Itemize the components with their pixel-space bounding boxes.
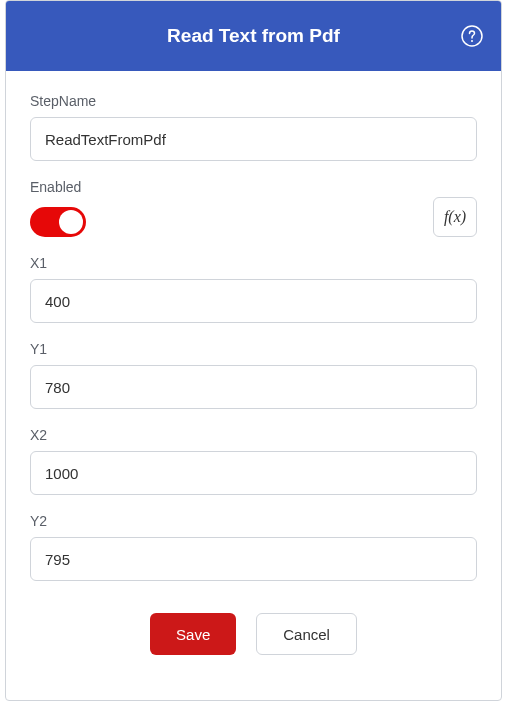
enabled-toggle[interactable] — [30, 207, 86, 237]
config-panel: Read Text from Pdf StepName Enabled f(x) — [5, 0, 502, 701]
cancel-button[interactable]: Cancel — [256, 613, 357, 655]
stepname-label: StepName — [30, 93, 477, 109]
panel-header: Read Text from Pdf — [6, 1, 501, 71]
x2-field: X2 — [30, 427, 477, 495]
x2-label: X2 — [30, 427, 477, 443]
x1-label: X1 — [30, 255, 477, 271]
y1-field: Y1 — [30, 341, 477, 409]
y2-input[interactable] — [30, 537, 477, 581]
toggle-knob — [59, 210, 83, 234]
y2-label: Y2 — [30, 513, 477, 529]
panel-content: StepName Enabled f(x) X1 Y1 X2 Y2 — [6, 71, 501, 700]
stepname-field: StepName — [30, 93, 477, 161]
save-button[interactable]: Save — [150, 613, 236, 655]
x1-input[interactable] — [30, 279, 477, 323]
y1-input[interactable] — [30, 365, 477, 409]
enabled-left: Enabled — [30, 179, 86, 237]
help-icon[interactable] — [461, 25, 483, 47]
enabled-label: Enabled — [30, 179, 86, 195]
stepname-input[interactable] — [30, 117, 477, 161]
y2-field: Y2 — [30, 513, 477, 581]
x1-field: X1 — [30, 255, 477, 323]
y1-label: Y1 — [30, 341, 477, 357]
svg-point-1 — [471, 40, 473, 42]
panel-footer: Save Cancel — [30, 599, 477, 671]
enabled-row: Enabled f(x) — [30, 179, 477, 237]
x2-input[interactable] — [30, 451, 477, 495]
panel-title: Read Text from Pdf — [167, 25, 340, 47]
fx-button[interactable]: f(x) — [433, 197, 477, 237]
